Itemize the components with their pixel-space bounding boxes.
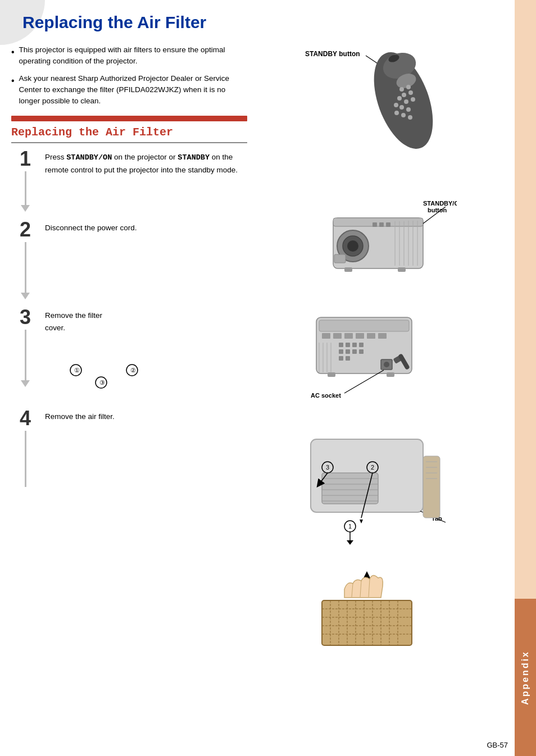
step-4-line: [25, 431, 26, 487]
step-1-line: [25, 171, 26, 205]
projector-step3-svg: 3 2 1 Tab: [299, 428, 457, 546]
step-1-number: 1: [20, 149, 31, 169]
red-divider: [11, 116, 247, 121]
svg-text:③: ③: [99, 379, 105, 386]
main-content: Replacing the Air Filter • This projecto…: [0, 0, 515, 670]
step-4-content: Remove the air filter.: [39, 408, 247, 423]
svg-rect-66: [346, 356, 350, 361]
svg-rect-61: [339, 349, 343, 354]
svg-rect-64: [359, 349, 364, 354]
bullet-item-1: • This projector is equipped with air fi…: [11, 44, 247, 67]
filter-cover-diagram: ① ② ③: [42, 359, 155, 393]
projector-step2-illustration: AC socket: [299, 300, 457, 421]
svg-rect-38: [386, 222, 390, 227]
svg-text:button: button: [428, 207, 447, 213]
projector-step1-svg: STANDBY/ON button: [299, 179, 457, 291]
svg-rect-57: [339, 343, 343, 347]
step-3-block: 3 Remove the filter cover. ① ② ③: [11, 307, 247, 400]
svg-point-14: [397, 96, 402, 101]
two-col-layout: • This projector is equipped with air fi…: [0, 44, 515, 670]
svg-rect-51: [367, 333, 375, 339]
air-filter-svg: [299, 555, 457, 668]
standby-on-label: STANDBY/ON: [66, 153, 112, 162]
side-tab-bottom: Appendix: [515, 599, 536, 756]
svg-rect-37: [379, 222, 384, 227]
svg-marker-89: [347, 540, 353, 545]
svg-point-20: [401, 113, 406, 117]
side-tab-bottom-label: Appendix: [520, 650, 530, 705]
remote-svg: [305, 44, 451, 168]
svg-point-18: [406, 107, 411, 112]
projector-step2-svg: AC socket: [299, 300, 457, 418]
svg-rect-62: [346, 349, 350, 354]
bullet-text-1: This projector is equipped with air filt…: [19, 44, 247, 67]
svg-rect-92: [423, 456, 440, 518]
svg-point-11: [406, 85, 411, 89]
step-1-block: 1 Press STANDBY/ON on the projector or S…: [11, 149, 247, 212]
svg-rect-59: [352, 343, 357, 347]
air-filter-illustration: [299, 555, 457, 670]
step-4-block: 4 Remove the air filter.: [11, 408, 247, 487]
svg-text:STANDBY/ON: STANDBY/ON: [423, 200, 457, 207]
svg-rect-43: [398, 267, 406, 272]
svg-point-17: [399, 105, 404, 110]
svg-rect-46: [319, 320, 409, 331]
projector-step1-illustration: STANDBY/ON button: [299, 179, 457, 293]
bullet-section: • This projector is equipped with air fi…: [11, 44, 247, 107]
svg-text:①: ①: [74, 367, 80, 374]
svg-rect-49: [344, 333, 353, 339]
svg-rect-76: [322, 473, 378, 504]
svg-point-13: [408, 90, 413, 95]
svg-text:3: 3: [326, 464, 329, 471]
svg-point-22: [408, 115, 412, 120]
svg-point-19: [394, 103, 398, 107]
svg-text:1: 1: [348, 523, 352, 530]
step-3-content: Remove the filter cover.: [39, 307, 108, 334]
svg-rect-35: [373, 218, 406, 221]
step-4-number-col: 4: [11, 408, 39, 487]
bullet-item-2: • Ask your nearest Sharp Authorized Proj…: [11, 73, 247, 107]
step-3-number: 3: [20, 307, 31, 327]
svg-rect-63: [352, 349, 357, 354]
step-2-line: [25, 242, 26, 293]
svg-point-10: [399, 87, 404, 92]
svg-rect-98: [322, 600, 412, 645]
svg-point-28: [347, 240, 358, 252]
step-1-content: Press STANDBY/ON on the projector or STA…: [39, 149, 247, 176]
svg-rect-44: [334, 254, 346, 263]
svg-rect-60: [359, 343, 364, 347]
header-section: Replacing the Air Filter: [0, 0, 515, 39]
section-heading: Replacing the Air Filter: [11, 126, 247, 143]
svg-rect-36: [373, 222, 377, 227]
standby-button-label: STANDBY button: [305, 50, 360, 58]
svg-rect-73: [328, 372, 335, 377]
svg-text:AC socket: AC socket: [311, 392, 341, 399]
bullet-text-2: Ask your nearest Sharp Authorized Projec…: [19, 73, 247, 107]
step-1-arrow: [21, 205, 30, 212]
left-column: • This projector is equipped with air fi…: [11, 44, 247, 670]
page-title: Replacing the Air Filter: [17, 10, 498, 32]
svg-rect-74: [387, 372, 394, 377]
svg-text:2: 2: [371, 464, 374, 471]
svg-rect-48: [333, 333, 342, 339]
svg-point-21: [394, 111, 399, 115]
right-column: STANDBY button: [253, 44, 503, 670]
svg-text:②: ②: [130, 367, 136, 374]
svg-marker-86: [360, 520, 363, 523]
svg-rect-65: [339, 356, 343, 361]
svg-rect-52: [378, 333, 387, 339]
page-number: GB-57: [487, 741, 508, 749]
step-2-number: 2: [20, 220, 31, 240]
svg-rect-47: [322, 333, 330, 339]
bullet-dot-1: •: [11, 45, 15, 59]
svg-rect-50: [356, 333, 364, 339]
svg-point-12: [402, 93, 406, 97]
svg-point-16: [411, 97, 415, 102]
step-2-number-col: 2: [11, 220, 39, 299]
remote-illustration: STANDBY button: [305, 44, 451, 170]
svg-rect-58: [346, 343, 350, 347]
step-1-number-col: 1: [11, 149, 39, 212]
standby-label: STANDBY: [178, 153, 210, 162]
bullet-dot-2: •: [11, 74, 15, 88]
step-2-content: Disconnect the power cord.: [39, 220, 247, 234]
